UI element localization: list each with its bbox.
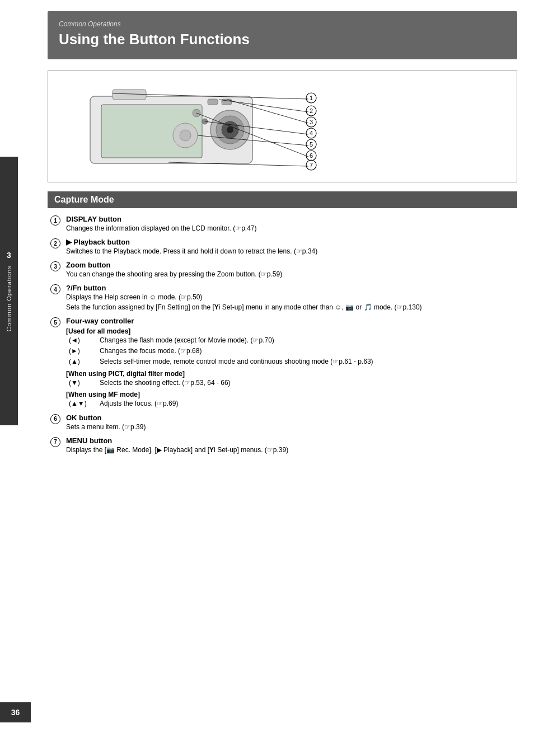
svg-point-10	[180, 130, 191, 141]
sub-section-pict: [When using PICT, digital filter mode] (…	[66, 370, 517, 388]
side-tab-label: Common Operations	[6, 265, 12, 332]
svg-text:6: 6	[310, 152, 313, 159]
svg-text:7: 7	[310, 162, 313, 168]
svg-text:2: 2	[310, 107, 313, 114]
item-title-7: MENU button	[66, 436, 112, 445]
item-desc-1: Changes the information displayed on the…	[66, 224, 257, 232]
svg-text:4: 4	[310, 130, 313, 137]
item-number-1: 1	[50, 215, 60, 226]
sub-list-all: (◄) Changes the flash mode (except for M…	[66, 335, 517, 368]
list-item: 4 ?/Fn button Displays the Help screen i…	[50, 284, 517, 312]
page-number: 36	[11, 708, 20, 717]
list-item: 2 ▶ Playback button Switches to the Play…	[50, 238, 517, 256]
main-content: Common Operations Using the Button Funct…	[31, 0, 534, 476]
sub-section-mf: [When using MF mode] (▲▼) Adjusts the fo…	[66, 391, 517, 409]
arrow-up-desc: Selects self-timer mode, remote control …	[100, 356, 373, 367]
item-content-3: Zoom button You can change the shooting …	[66, 261, 517, 279]
item-content-6: OK button Sets a menu item. (☞p.39)	[66, 414, 517, 432]
sub-list-mf: (▲▼) Adjusts the focus. (☞p.69)	[66, 398, 517, 409]
side-tab-number: 3	[7, 251, 11, 260]
item-content-5: Four-way controller [Used for all modes]…	[66, 317, 517, 409]
list-item: 3 Zoom button You can change the shootin…	[50, 261, 517, 279]
item-number-3: 3	[50, 261, 60, 271]
item-title-4: ?/Fn button	[66, 284, 106, 292]
item-content-1: DISPLAY button Changes the information d…	[66, 215, 517, 233]
item-title-1: DISPLAY button	[66, 215, 121, 223]
subsection-title-pict: [When using PICT, digital filter mode]	[66, 370, 517, 378]
arrow-right: (►)	[69, 346, 100, 356]
item-desc-6: Sets a menu item. (☞p.39)	[66, 423, 146, 431]
subsection-title-all: [Used for all modes]	[66, 327, 517, 335]
svg-rect-7	[208, 99, 218, 105]
item-number-4: 4	[50, 284, 60, 294]
item-desc-4a: Displays the Help screen in ☺ mode. (☞p.…	[66, 293, 202, 301]
item-title-2: ▶ Playback button	[66, 238, 130, 246]
svg-text:5: 5	[310, 141, 313, 148]
header-title: Using the Button Functions	[59, 31, 506, 48]
item-number-2: 2	[50, 238, 60, 248]
sub-list-item: (▼) Selects the shooting effect. (☞p.53,…	[69, 378, 517, 388]
svg-text:1: 1	[310, 95, 313, 101]
svg-point-6	[227, 126, 233, 133]
side-tab: 3 Common Operations	[0, 157, 18, 425]
header-subtitle: Common Operations	[59, 20, 506, 28]
arrow-down: (▼)	[69, 378, 100, 388]
header-section: Common Operations Using the Button Funct…	[48, 11, 517, 59]
arrow-left: (◄)	[69, 335, 100, 346]
sub-list-item: (►) Changes the focus mode. (☞p.68)	[69, 346, 517, 356]
subsection-title-mf: [When using MF mode]	[66, 391, 517, 398]
item-content-4: ?/Fn button Displays the Help screen in …	[66, 284, 517, 312]
sub-list-item: (▲) Selects self-timer mode, remote cont…	[69, 356, 517, 367]
arrow-right-desc: Changes the focus mode. (☞p.68)	[100, 346, 202, 356]
item-title-6: OK button	[66, 414, 102, 422]
arrow-down-desc: Selects the shooting effect. (☞p.53, 64 …	[100, 378, 231, 388]
svg-rect-1	[113, 90, 146, 100]
capture-mode-header: Capture Mode	[48, 191, 517, 208]
list-item: 7 MENU button Displays the [📷 Rec. Mode]…	[50, 436, 517, 455]
svg-text:3: 3	[310, 119, 313, 125]
arrow-up: (▲)	[69, 356, 100, 367]
list-item: 1 DISPLAY button Changes the information…	[50, 215, 517, 233]
sub-list-item: (▲▼) Adjusts the focus. (☞p.69)	[69, 398, 517, 409]
arrow-updown-desc: Adjusts the focus. (☞p.69)	[100, 398, 178, 409]
page-number-box: 36	[0, 702, 31, 722]
item-title-5: Four-way controller	[66, 317, 134, 325]
item-title-3: Zoom button	[66, 261, 110, 269]
arrow-left-desc: Changes the flash mode (except for Movie…	[100, 335, 274, 346]
item-content-2: ▶ Playback button Switches to the Playba…	[66, 238, 517, 256]
item-desc-7: Displays the [📷 Rec. Mode], [▶ Playback]…	[66, 446, 288, 454]
item-content-7: MENU button Displays the [📷 Rec. Mode], …	[66, 436, 517, 455]
item-number-5: 5	[50, 317, 60, 327]
item-desc-2: Switches to the Playback mode. Press it …	[66, 247, 317, 255]
list-item: 6 OK button Sets a menu item. (☞p.39)	[50, 414, 517, 432]
item-number-7: 7	[50, 437, 60, 447]
svg-rect-8	[222, 99, 232, 105]
item-desc-3: You can change the shooting area by pres…	[66, 270, 282, 278]
camera-svg: 1 2 3 4 5 6 7	[57, 79, 534, 177]
sub-list-item: (◄) Changes the flash mode (except for M…	[69, 335, 517, 346]
item-desc-4b: Sets the function assigned by [Fn Settin…	[66, 303, 422, 311]
sub-section-used-all: [Used for all modes] (◄) Changes the fla…	[66, 327, 517, 368]
arrow-updown: (▲▼)	[69, 398, 100, 409]
content-list: 1 DISPLAY button Changes the information…	[48, 215, 517, 455]
camera-diagram: 1 2 3 4 5 6 7	[48, 71, 517, 182]
sub-list-pict: (▼) Selects the shooting effect. (☞p.53,…	[66, 378, 517, 388]
list-item: 5 Four-way controller [Used for all mode…	[50, 317, 517, 409]
item-number-6: 6	[50, 414, 60, 424]
